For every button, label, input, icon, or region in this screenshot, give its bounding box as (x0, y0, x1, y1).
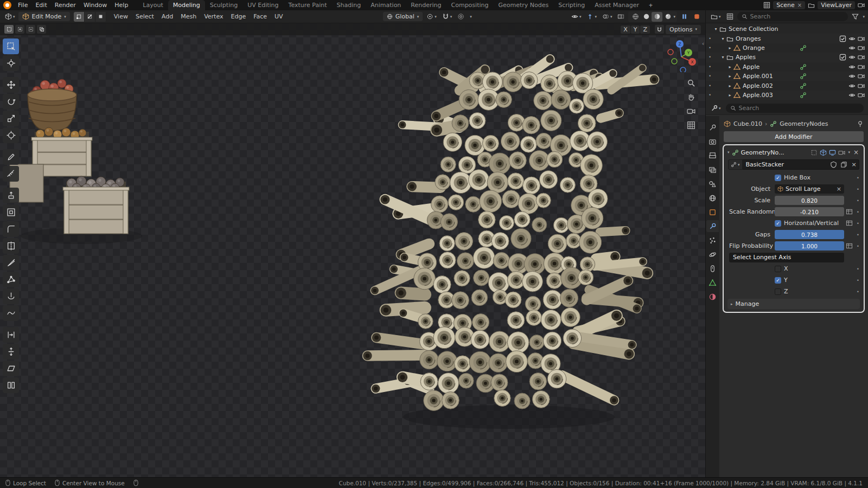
face-select-mode-button[interactable] (95, 12, 106, 22)
hide-eye-icon[interactable] (848, 73, 856, 80)
outliner-row-oranges[interactable]: •▾Oranges (706, 34, 868, 43)
tab-geometry-nodes[interactable]: Geometry Nodes (493, 0, 553, 10)
properties-tab-object[interactable] (706, 206, 719, 218)
copy-node-group-icon[interactable] (839, 159, 849, 170)
outliner-filter-chevron-icon[interactable]: ▾ (863, 15, 865, 19)
axis-y-checkbox[interactable]: ✓ (775, 277, 781, 284)
tab-sculpting[interactable]: Sculpting (205, 0, 242, 10)
decorator-dot[interactable]: • (854, 175, 861, 181)
tool-edge-slide[interactable] (3, 327, 19, 343)
tool-cursor[interactable] (3, 55, 19, 71)
tab-layout[interactable]: Layout (138, 0, 168, 10)
disclosure-icon[interactable]: ▾ (719, 55, 726, 60)
tool-rip-region[interactable] (3, 377, 19, 393)
hide-box-checkbox[interactable]: ✓ (775, 175, 781, 181)
node-group-name[interactable]: BasicStacker (743, 159, 828, 170)
disclosure-icon[interactable]: ▸ (726, 65, 733, 69)
viewport-menu-mesh[interactable]: Mesh (177, 11, 200, 22)
options-dropdown[interactable]: Options ▾ (666, 25, 701, 34)
tool-loop-cut[interactable] (3, 238, 19, 254)
tab-uv-editing[interactable]: UV Editing (242, 0, 283, 10)
viewport-3d[interactable]: XYZ Options ▾ ZYX ‹ (0, 23, 705, 477)
overlays-toggle-icon[interactable]: ▾ (601, 12, 614, 21)
solid-shading-button[interactable] (641, 12, 652, 22)
properties-tab-tool[interactable] (706, 121, 719, 133)
unlink-scene-icon[interactable]: × (797, 2, 802, 8)
scene-selector[interactable]: Scene × (773, 1, 805, 9)
render-visibility-camera-icon[interactable] (858, 35, 865, 42)
mode-selector[interactable]: Edit Mode ▾ (18, 12, 70, 21)
decorator-dot[interactable]: • (854, 289, 861, 294)
tab-modeling[interactable]: Modeling (168, 0, 205, 10)
decorator-dot[interactable]: • (854, 209, 861, 215)
select-longest-axis-field[interactable]: Select Longest Axis (729, 253, 844, 262)
realtime-toggle-icon[interactable] (828, 148, 837, 157)
add-modifier-button[interactable]: Add Modifier (724, 131, 864, 142)
xray-toggle-icon[interactable] (616, 12, 626, 21)
select-subtract-icon[interactable] (26, 25, 35, 34)
properties-tab-scene[interactable] (706, 178, 719, 190)
outliner-row-apple-001[interactable]: •▸Apple.001 (706, 72, 868, 81)
gizmos-toggle-icon[interactable]: ▾ (585, 12, 598, 21)
mirror-axis-x[interactable]: X (621, 25, 630, 34)
visibility-eye-icon[interactable]: ▾ (570, 12, 583, 21)
decorator-dot[interactable]: • (854, 278, 861, 283)
attribute-toggle-icon[interactable] (846, 242, 853, 249)
properties-tab-object-data[interactable] (706, 277, 719, 288)
decorator-dot[interactable]: • (854, 187, 861, 192)
attribute-toggle-icon[interactable] (846, 208, 853, 215)
viewport-menu-add[interactable]: Add (158, 11, 177, 22)
tool-scale[interactable] (3, 111, 19, 126)
outliner-search-input[interactable] (750, 13, 844, 20)
hide-eye-icon[interactable] (848, 44, 856, 52)
properties-tab-material[interactable] (706, 291, 719, 303)
tab-shading[interactable]: Shading (332, 0, 366, 10)
selectability-checkbox-icon[interactable] (839, 54, 846, 61)
editor-type-icon[interactable]: ▾ (3, 12, 17, 21)
pause-icon[interactable] (679, 12, 690, 21)
outliner-row-apple[interactable]: •▸Apple (706, 62, 868, 72)
menu-render[interactable]: Render (51, 0, 80, 10)
tool-move[interactable] (3, 77, 19, 93)
outliner-filter-icon[interactable] (850, 12, 860, 21)
properties-search[interactable] (726, 104, 864, 113)
axis-z-checkbox[interactable]: ✓ (775, 288, 781, 295)
object-field[interactable]: Scroll Large × (775, 184, 844, 194)
sidebar-collapse-icon[interactable]: ‹ (702, 41, 704, 47)
tab-animation[interactable]: Animation (366, 0, 406, 10)
tool-poly-build[interactable] (3, 272, 19, 287)
navigation-gizmo[interactable]: ZYX (664, 37, 699, 72)
tool-transform[interactable] (3, 127, 19, 143)
properties-tab-output[interactable] (706, 150, 719, 162)
select-intersect-icon[interactable] (37, 25, 46, 34)
tool-inset-faces[interactable] (3, 204, 19, 220)
camera-view-icon[interactable] (687, 107, 695, 115)
properties-tab-constraints[interactable] (706, 262, 719, 274)
tab-compositing[interactable]: Compositing (446, 0, 494, 10)
on-cage-toggle-icon[interactable] (809, 148, 818, 157)
properties-tab-physics[interactable] (706, 248, 719, 260)
outliner-row-apple-003[interactable]: •▸Apple.003 (706, 91, 868, 100)
zoom-icon[interactable] (687, 79, 695, 87)
properties-search-input[interactable] (739, 105, 859, 112)
clear-object-icon[interactable]: × (837, 185, 841, 192)
browse-node-group-icon[interactable]: ▾ (728, 159, 743, 170)
render-visibility-camera-icon[interactable] (858, 63, 865, 70)
pin-icon[interactable] (857, 120, 864, 127)
properties-tab-world[interactable] (706, 192, 719, 204)
viewport-menu-face[interactable]: Face (250, 11, 271, 22)
gaps-field[interactable]: 0.738 (775, 230, 844, 239)
mirror-axis-z[interactable]: Z (640, 25, 650, 34)
properties-tab-view-layer[interactable] (706, 164, 719, 176)
properties-tab-modifiers[interactable] (706, 220, 719, 232)
axis-x-checkbox[interactable]: ✓ (775, 266, 781, 272)
scale-field[interactable]: 0.820 (775, 196, 844, 205)
tool-annotate[interactable] (3, 149, 19, 165)
outliner-row-scene-collection[interactable]: ▾Scene Collection (706, 24, 868, 34)
tool-spin[interactable] (3, 288, 19, 304)
outliner-editor-icon[interactable]: ▾ (709, 12, 723, 21)
manage-subpanel[interactable]: ▸ Manage (727, 299, 860, 309)
mirror-axis-y[interactable]: Y (631, 25, 640, 34)
render-visibility-camera-icon[interactable] (858, 44, 865, 52)
outliner-search[interactable] (737, 12, 848, 21)
